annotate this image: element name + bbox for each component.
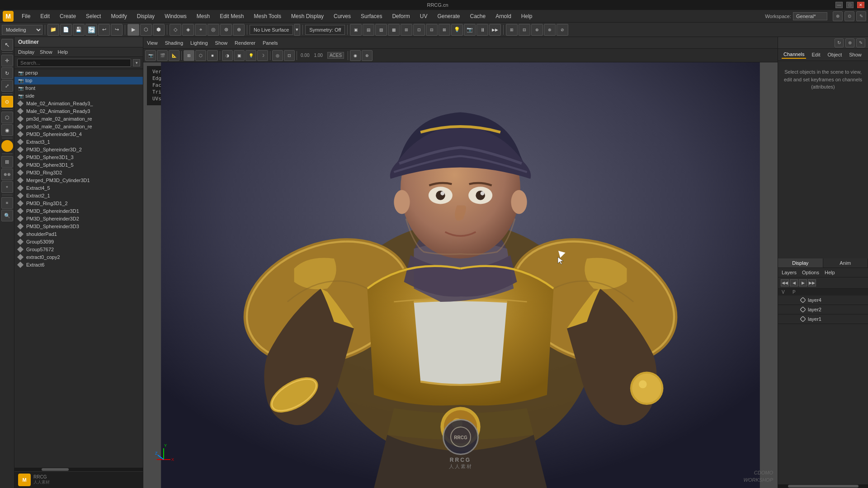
menu-edit-mesh[interactable]: Edit Mesh <box>215 11 248 21</box>
toolbar-btn-undo[interactable]: ↩ <box>98 24 110 36</box>
menu-cache[interactable]: Cache <box>465 11 490 21</box>
outliner-obj-6[interactable]: PM3D_Sphereinder3D_2 <box>14 146 143 154</box>
toolbar-grid-5[interactable]: ⊘ <box>557 24 568 36</box>
move-tool[interactable]: ✛ <box>1 55 13 66</box>
list-view-tool[interactable]: ≡ <box>1 197 13 209</box>
toolbar-btn-2[interactable]: 📄 <box>60 24 72 36</box>
toolbar-btn-lasso[interactable]: ⬡ <box>140 24 152 36</box>
layers-menu-layers[interactable]: Layers <box>782 270 797 275</box>
viewport-menu-lighting[interactable]: Lighting <box>190 40 208 46</box>
search-input[interactable] <box>17 59 131 67</box>
outliner-obj-12[interactable]: Extract2_1 <box>14 192 143 200</box>
vp-shadow-btn[interactable]: ☽ <box>257 50 268 61</box>
toolbar-btn-snap4[interactable]: ◎ <box>208 24 219 36</box>
nav-icon-1[interactable]: ⊕ <box>833 11 843 21</box>
outliner-obj-16[interactable]: PM3D_Sphereinder3D3 <box>14 223 143 230</box>
outliner-obj-1[interactable]: Male_02_Animation_Ready3 <box>14 108 143 115</box>
toolbar-btn-snap5[interactable]: ⊛ <box>220 24 232 36</box>
toolbar-render-2[interactable]: ⊡ <box>413 24 425 36</box>
outliner-obj-19[interactable]: Group57672 <box>14 246 143 253</box>
toolbar-render-4[interactable]: ⊠ <box>439 24 450 36</box>
menu-edit[interactable]: Edit <box>36 11 54 21</box>
rh-rotate-btn[interactable]: ↻ <box>835 38 844 47</box>
outliner-obj-10[interactable]: Merged_PM3D_Cylinder3D1 <box>14 177 143 184</box>
toolbar-resolution-2[interactable]: ▤ <box>363 24 374 36</box>
grid-tool[interactable]: ⊞ <box>1 156 13 168</box>
toolbar-render-3[interactable]: ⊟ <box>426 24 438 36</box>
live-surface-arrow[interactable]: ▾ <box>294 24 300 36</box>
vp-light-btn[interactable]: 💡 <box>245 50 256 61</box>
viewport-canvas[interactable]: Verts: 1426415 0 0 Edges: 3010097 0 0 Fa… <box>143 62 778 488</box>
select-tool[interactable]: ↖ <box>1 39 13 51</box>
menu-mesh[interactable]: Mesh <box>192 11 214 21</box>
menu-surfaces[interactable]: Surfaces <box>356 11 387 21</box>
toolbar-step-fwd[interactable]: ▶▶ <box>489 24 501 36</box>
outliner-obj-7[interactable]: PM3D_Sphere3D1_3 <box>14 154 143 161</box>
menu-deform[interactable]: Deform <box>387 11 414 21</box>
menu-windows[interactable]: Windows <box>160 11 191 21</box>
viewport-menu-show[interactable]: Show <box>215 40 228 46</box>
toolbar-btn-snap6[interactable]: ⊕ <box>233 24 245 36</box>
vp-wireframe-btn[interactable]: ⬡ <box>195 50 206 61</box>
outliner-item-top[interactable]: 📷 top <box>14 77 143 84</box>
layers-menu-options[interactable]: Options <box>802 270 819 275</box>
display-tab[interactable]: Display <box>778 258 823 267</box>
menu-arnold[interactable]: Arnold <box>491 11 516 21</box>
edit-tab[interactable]: Edit <box>810 51 822 58</box>
show-tab[interactable]: Show <box>847 51 863 58</box>
rotate-tool[interactable]: ↻ <box>1 67 13 79</box>
soft-select-tool[interactable]: ⊙ <box>1 96 13 108</box>
paint-tool[interactable]: ◉ <box>1 124 13 136</box>
vp-cam-btn-2[interactable]: 🎬 <box>157 50 168 61</box>
outliner-obj-18[interactable]: Group53099 <box>14 238 143 246</box>
toolbar-btn-snap3[interactable]: ⌖ <box>195 24 207 36</box>
outliner-obj-4[interactable]: PM3D_Sphereinder3D_4 <box>14 131 143 138</box>
toolbar-pause[interactable]: ⏸ <box>476 24 488 36</box>
vp-shading-btn[interactable]: ◑ <box>222 50 233 61</box>
workspace-dropdown[interactable]: General* <box>793 12 827 20</box>
outliner-menu-show[interactable]: Show <box>40 49 52 55</box>
toolbar-btn-3[interactable]: 💾 <box>73 24 85 36</box>
layer-row-1[interactable]: layer2 <box>778 305 868 314</box>
rh-zoom-btn[interactable]: ⊕ <box>845 38 854 47</box>
outliner-obj-17[interactable]: shoulderPad1 <box>14 230 143 238</box>
outliner-menu-display[interactable]: Display <box>18 49 34 55</box>
layer-row-2[interactable]: layer1 <box>778 314 868 324</box>
nav-icon-3[interactable]: ✎ <box>856 11 866 21</box>
outliner-obj-9[interactable]: PM3D_Ring3D2 <box>14 169 143 177</box>
outliner-obj-20[interactable]: extract0_copy2 <box>14 253 143 261</box>
vp-pivot-btn[interactable]: ⊕ <box>362 50 373 61</box>
menu-mesh-display[interactable]: Mesh Display <box>287 11 328 21</box>
vp-xray-btn[interactable]: ◎ <box>272 50 283 61</box>
viewport-menu-shading[interactable]: Shading <box>165 40 183 46</box>
toolbar-light[interactable]: 💡 <box>451 24 463 36</box>
toolbar-resolution-4[interactable]: ▩ <box>388 24 400 36</box>
toolbar-grid-1[interactable]: ⊞ <box>506 24 518 36</box>
toolbar-grid-3[interactable]: ⊕ <box>531 24 543 36</box>
symmetry-label[interactable]: Symmetry: Off <box>305 25 345 35</box>
layers-menu-help[interactable]: Help <box>825 270 835 275</box>
scale-tool[interactable]: ⤢ <box>1 80 13 92</box>
toolbar-resolution-3[interactable]: ▧ <box>375 24 387 36</box>
layer-arrow-left-left[interactable]: ◀◀ <box>781 279 789 286</box>
toolbar-camera[interactable]: 📷 <box>464 24 476 36</box>
outliner-hscrollbar[interactable] <box>14 468 143 471</box>
toolbar-btn-snap[interactable]: ◇ <box>170 24 181 36</box>
menu-generate[interactable]: Generate <box>433 11 464 21</box>
toolbar-btn-select[interactable]: ▶ <box>127 24 139 36</box>
toolbar-btn-redo[interactable]: ↪ <box>111 24 123 36</box>
toolbar-btn-save[interactable]: 🔄 <box>85 24 97 36</box>
lasso-tool[interactable]: ⬡ <box>1 112 13 123</box>
menu-mesh-tools[interactable]: Mesh Tools <box>250 11 286 21</box>
outliner-obj-21[interactable]: Extract6 <box>14 261 143 269</box>
menu-modify[interactable]: Modify <box>106 11 131 21</box>
layer-arrow-left[interactable]: ◀ <box>790 279 798 286</box>
outliner-obj-11[interactable]: Extract4_5 <box>14 184 143 192</box>
channels-tab[interactable]: Channels <box>782 51 806 59</box>
close-button[interactable]: ✕ <box>857 2 864 8</box>
active-tool-indicator[interactable] <box>1 140 13 152</box>
outliner-obj-0[interactable]: Male_02_Animation_Ready3_ <box>14 100 143 108</box>
outliner-item-side[interactable]: 📷 side <box>14 92 143 100</box>
minimize-button[interactable]: — <box>835 2 843 8</box>
menu-select[interactable]: Select <box>81 11 105 21</box>
